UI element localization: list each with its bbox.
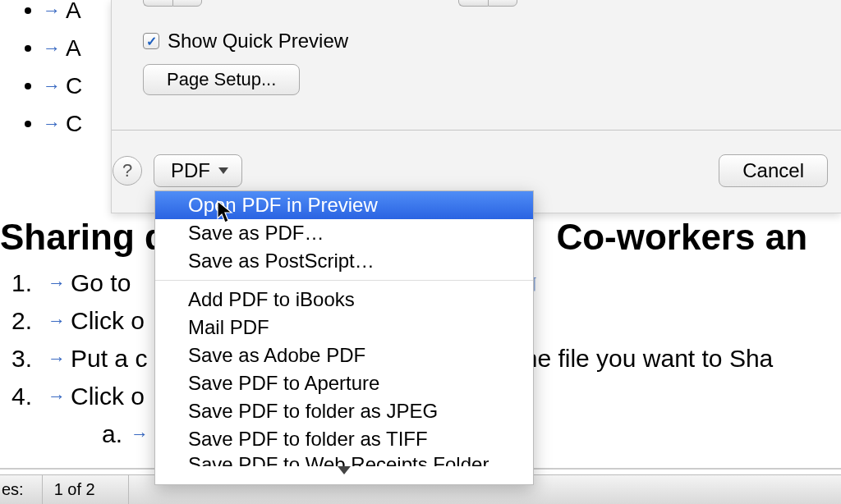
bullet-dot-icon bbox=[25, 83, 31, 89]
menu-item-save-pdf-to-folder-as-tiff[interactable]: Save PDF to folder as TIFF bbox=[155, 425, 533, 453]
tab-arrow-icon: → bbox=[43, 0, 61, 21]
next-page-button[interactable] bbox=[458, 0, 488, 7]
menu-scroll-down[interactable] bbox=[155, 466, 533, 479]
menu-item-label: Save PDF to Web Receipts Folder bbox=[188, 453, 489, 466]
menu-item-label: Mail PDF bbox=[188, 316, 269, 339]
chevron-down-icon bbox=[218, 167, 228, 174]
tab-arrow-icon: → bbox=[48, 310, 66, 332]
pages-label: es: bbox=[0, 480, 30, 499]
menu-item-mail-pdf[interactable]: Mail PDF bbox=[155, 314, 533, 341]
bullet-item: → C bbox=[25, 67, 82, 105]
bullet-text: C bbox=[66, 73, 82, 99]
bullet-text: A bbox=[66, 35, 81, 62]
sub-letter: a. bbox=[102, 420, 122, 448]
pdf-dropdown-button[interactable]: PDF bbox=[154, 154, 242, 187]
item-number: 4. bbox=[11, 383, 48, 410]
menu-item-save-pdf-to-folder-as-jpeg[interactable]: Save PDF to folder as JPEG bbox=[155, 397, 533, 425]
prev-page-button[interactable] bbox=[172, 0, 202, 7]
last-page-button[interactable] bbox=[488, 0, 517, 7]
bullet-dot-icon bbox=[25, 121, 31, 127]
menu-item-label: Open PDF in Preview bbox=[188, 194, 378, 217]
menu-item-save-pdf-to-web-receipts[interactable]: Save PDF to Web Receipts Folder bbox=[155, 453, 533, 466]
bullet-item: → A bbox=[25, 0, 82, 30]
bullet-dot-icon bbox=[25, 45, 31, 52]
bullet-item: → A bbox=[25, 30, 82, 67]
show-quick-preview-row: ✓ Show Quick Preview bbox=[143, 30, 348, 53]
item-text-prefix: Go to bbox=[71, 269, 131, 297]
pdf-dropdown-menu: Open PDF in Preview Save as PDF… Save as… bbox=[154, 190, 534, 485]
tab-arrow-icon: → bbox=[43, 76, 61, 97]
menu-separator bbox=[155, 280, 533, 281]
item-number: 1. bbox=[11, 269, 48, 297]
menu-item-label: Save PDF to Aperture bbox=[188, 372, 379, 395]
heading-suffix: Co-workers an bbox=[556, 217, 807, 257]
menu-item-save-as-postscript[interactable]: Save as PostScript… bbox=[155, 247, 533, 275]
status-divider bbox=[42, 475, 43, 504]
tab-arrow-icon: → bbox=[48, 386, 66, 407]
menu-item-label: Save as PDF… bbox=[188, 222, 324, 245]
pages-value: 1 of 2 bbox=[54, 480, 95, 499]
tab-arrow-icon: → bbox=[48, 348, 66, 369]
menu-item-label: Save as PostScript… bbox=[188, 250, 375, 273]
menu-item-label: Save PDF to folder as JPEG bbox=[188, 400, 438, 423]
help-icon: ? bbox=[122, 160, 132, 181]
item-text-prefix: Click o bbox=[71, 307, 145, 335]
cancel-label: Cancel bbox=[742, 159, 804, 182]
page-nav-back-group bbox=[143, 0, 202, 7]
page-setup-label: Page Setup... bbox=[167, 69, 276, 90]
dialog-divider bbox=[112, 130, 841, 131]
print-dialog: ✓ Show Quick Preview Page Setup... ? PDF… bbox=[111, 0, 841, 213]
heading-prefix: Sharing d bbox=[0, 217, 167, 257]
tab-arrow-icon: → bbox=[43, 38, 61, 59]
chevron-down-icon bbox=[338, 466, 351, 474]
tab-arrow-icon: → bbox=[43, 113, 61, 135]
tab-arrow-icon: → bbox=[48, 273, 66, 294]
menu-item-label: Add PDF to iBooks bbox=[188, 288, 355, 311]
page-setup-button[interactable]: Page Setup... bbox=[143, 64, 300, 95]
show-quick-preview-checkbox[interactable]: ✓ bbox=[143, 33, 159, 49]
menu-item-save-as-pdf[interactable]: Save as PDF… bbox=[155, 219, 533, 247]
first-page-button[interactable] bbox=[143, 0, 172, 7]
menu-item-label: Save PDF to folder as TIFF bbox=[188, 428, 428, 451]
status-divider bbox=[128, 475, 129, 504]
bullet-list: → A → A → C → C bbox=[25, 0, 82, 143]
menu-item-save-as-adobe-pdf[interactable]: Save as Adobe PDF bbox=[155, 341, 533, 369]
item-number: 3. bbox=[11, 345, 48, 373]
item-text-prefix: Click o bbox=[71, 383, 145, 410]
tab-arrow-icon: → bbox=[131, 424, 149, 445]
item-text-suffix: the file you want to Sha bbox=[517, 345, 773, 373]
menu-item-open-pdf-in-preview[interactable]: Open PDF in Preview bbox=[155, 191, 533, 219]
bullet-dot-icon bbox=[25, 7, 31, 14]
cancel-button[interactable]: Cancel bbox=[719, 154, 828, 187]
menu-item-add-pdf-to-ibooks[interactable]: Add PDF to iBooks bbox=[155, 286, 533, 314]
bullet-text: A bbox=[66, 0, 81, 24]
bullet-text: C bbox=[66, 111, 82, 137]
bullet-item: → C bbox=[25, 105, 82, 143]
page-nav-forward-group bbox=[458, 0, 517, 7]
menu-item-label: Save as Adobe PDF bbox=[188, 344, 365, 367]
item-text-prefix: Put a c bbox=[71, 345, 147, 373]
help-button[interactable]: ? bbox=[113, 156, 142, 186]
pdf-button-label: PDF bbox=[171, 159, 210, 182]
item-number: 2. bbox=[11, 307, 48, 335]
show-quick-preview-label: Show Quick Preview bbox=[168, 30, 348, 53]
menu-item-save-pdf-to-aperture[interactable]: Save PDF to Aperture bbox=[155, 369, 533, 397]
